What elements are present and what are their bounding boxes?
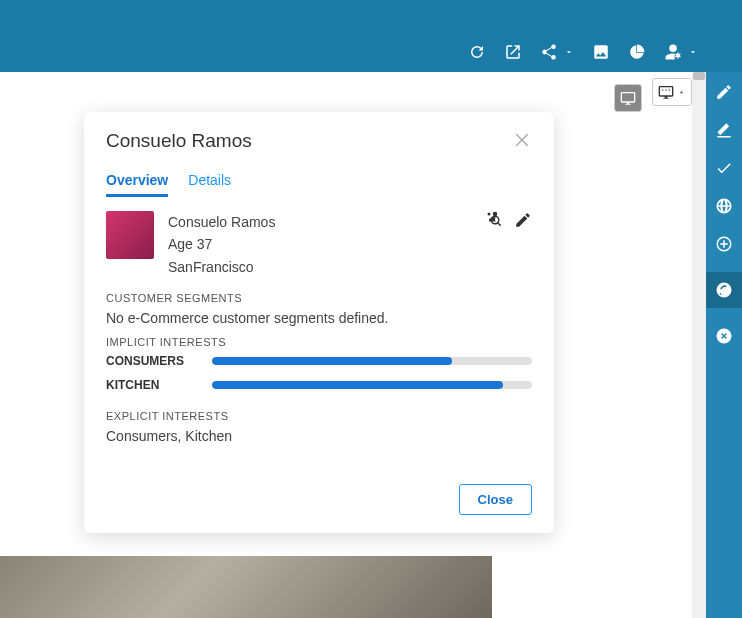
view-mode-toggle (614, 84, 642, 112)
svg-point-3 (493, 212, 498, 217)
globe-x-icon[interactable] (714, 326, 734, 346)
svg-point-0 (662, 89, 663, 90)
explicit-label: EXPLICIT INTERESTS (106, 410, 532, 422)
avatar (106, 211, 154, 259)
globe-icon[interactable] (714, 196, 734, 216)
toolbar (0, 32, 742, 72)
svg-point-1 (665, 89, 666, 90)
background-image (0, 556, 492, 618)
profile-name: Consuelo Ramos (168, 211, 472, 233)
tab-overview[interactable]: Overview (106, 166, 168, 197)
explicit-text: Consumers, Kitchen (106, 428, 532, 444)
right-sidebar (706, 72, 742, 618)
profile-info: Consuelo Ramos Age 37 SanFrancisco (168, 211, 472, 278)
desktop-view-button[interactable] (615, 85, 641, 111)
view-icon[interactable] (486, 211, 504, 233)
interest-bar (212, 357, 532, 365)
modal-title: Consuelo Ramos (106, 130, 252, 152)
close-icon[interactable] (512, 130, 532, 154)
tab-details[interactable]: Details (188, 166, 231, 197)
interest-row: CONSUMERS (106, 354, 532, 368)
external-link-icon[interactable] (504, 43, 522, 61)
interest-label: CONSUMERS (106, 354, 212, 368)
pencil-icon[interactable] (714, 82, 734, 102)
modal-tabs: Overview Details (106, 166, 532, 197)
globe-plus-icon[interactable] (714, 234, 734, 254)
check-icon[interactable] (714, 158, 734, 178)
svg-point-2 (669, 89, 670, 90)
pie-chart-icon[interactable] (628, 43, 646, 61)
view-dropdown[interactable] (652, 78, 692, 106)
profile-age: Age 37 (168, 233, 472, 255)
user-modal: Consuelo Ramos Overview Details Consuelo… (84, 112, 554, 533)
share-icon[interactable] (540, 43, 574, 61)
interest-bar (212, 381, 532, 389)
image-icon[interactable] (592, 43, 610, 61)
edit-icon[interactable] (514, 211, 532, 233)
scrollbar-thumb[interactable] (693, 72, 705, 80)
globe-sync-icon[interactable] (706, 272, 742, 308)
user-settings-icon[interactable] (664, 43, 698, 61)
interest-row: KITCHEN (106, 378, 532, 392)
header-strip (0, 0, 742, 32)
eraser-icon[interactable] (714, 120, 734, 140)
implicit-label: IMPLICIT INTERESTS (106, 336, 532, 348)
segments-label: CUSTOMER SEGMENTS (106, 292, 532, 304)
segments-text: No e-Commerce customer segments defined. (106, 310, 532, 326)
scrollbar-track[interactable] (692, 72, 706, 618)
profile-location: SanFrancisco (168, 256, 472, 278)
close-button[interactable]: Close (459, 484, 532, 515)
refresh-icon[interactable] (468, 43, 486, 61)
interest-label: KITCHEN (106, 378, 212, 392)
